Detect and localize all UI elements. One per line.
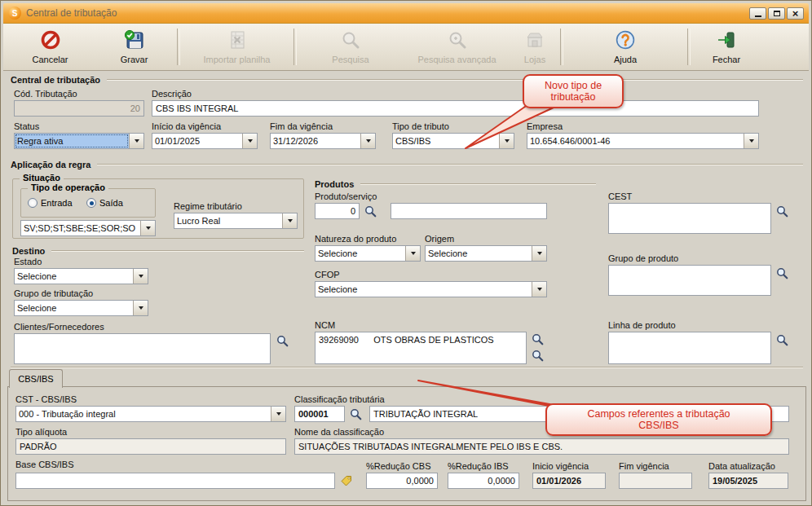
chevron-down-icon[interactable] (405, 246, 420, 261)
base-cbs-ibs-label: Base CBS/IBS (15, 460, 74, 469)
tipo-aliquota-field[interactable]: PADRÃO (15, 438, 286, 455)
nome-classificacao-field[interactable]: SITUAÇÕES TRIBUTADAS INTEGRALMENTE PELO … (294, 438, 789, 455)
radio-saida[interactable]: Saída (86, 198, 123, 208)
importar-planilha-label: Importar planilha (204, 55, 271, 64)
grupo-tributacao-value: Selecione (15, 301, 133, 315)
chevron-down-icon[interactable] (532, 246, 546, 261)
classificacao-codigo-field[interactable]: 000001 (294, 406, 345, 422)
classificacao-search-icon[interactable] (350, 408, 362, 420)
fim-vigencia-cbs-field[interactable] (619, 473, 692, 489)
produto-servico-code-field[interactable]: 0 (315, 203, 360, 219)
origem-value: Selecione (426, 246, 532, 261)
search-icon (340, 29, 361, 52)
chevron-down-icon[interactable] (140, 221, 155, 235)
section-destino: Destino (12, 246, 304, 256)
chevron-down-icon[interactable] (744, 134, 758, 148)
fechar-button[interactable]: Fechar (691, 24, 761, 70)
lojas-button: Lojas (510, 24, 559, 70)
cfop-label: CFOP (315, 270, 340, 279)
produto-servico-label: Produto/serviço (315, 191, 377, 201)
app-logo-icon (8, 7, 21, 20)
clientes-fornecedores-field[interactable] (14, 333, 271, 364)
cest-search-icon[interactable] (776, 205, 788, 218)
chevron-down-icon[interactable] (133, 269, 148, 284)
ncm-field[interactable]: 39269090 OTS OBRAS DE PLASTICOS (315, 332, 527, 364)
chevron-down-icon[interactable] (499, 134, 514, 148)
minimize-button[interactable] (749, 7, 766, 20)
ajuda-button[interactable]: Ajuda (564, 24, 686, 70)
status-select[interactable]: Regra ativa (14, 133, 144, 149)
ncm-value: 39269090 OTS OBRAS DE PLASTICOS (319, 335, 494, 345)
cfop-value: Selecione (316, 282, 532, 297)
cfop-select[interactable]: Selecione (315, 281, 547, 297)
base-edit-tag-icon[interactable] (340, 474, 352, 486)
cod-tributacao-label: Cód. Tributação (14, 89, 77, 99)
chevron-down-icon[interactable] (282, 213, 297, 228)
ncm-search-icon[interactable] (532, 333, 544, 345)
grupo-produto-field[interactable] (608, 265, 771, 296)
regime-tributario-select[interactable]: Lucro Real (174, 213, 298, 229)
gravar-label: Gravar (121, 55, 148, 64)
tipo-tributo-select[interactable]: CBS/IBS (392, 133, 514, 149)
chevron-down-icon[interactable] (532, 282, 546, 297)
section-title: Central de tributação (11, 75, 100, 85)
radio-entrada[interactable]: Entrada (28, 198, 73, 208)
chevron-down-icon[interactable] (133, 301, 148, 315)
reducao-ibs-value: 0,0000 (488, 476, 515, 486)
chevron-down-icon[interactable] (242, 134, 257, 148)
gravar-button[interactable]: Gravar (92, 24, 176, 70)
produto-servico-desc-field[interactable] (391, 203, 547, 219)
lojas-label: Lojas (524, 55, 545, 64)
nome-classificacao-value: SITUAÇÕES TRIBUTADAS INTEGRALMENTE PELO … (298, 442, 563, 451)
cest-label: CEST (608, 191, 632, 201)
inicio-vigencia-select[interactable]: 01/01/2025 (152, 133, 258, 149)
produtos-title: Produtos (315, 179, 354, 189)
fechar-label: Fechar (713, 55, 740, 64)
cancelar-button[interactable]: Cancelar (8, 24, 92, 70)
radio-icon (28, 198, 38, 208)
linha-produto-field[interactable] (608, 332, 771, 364)
nome-classificacao-label: Nome da classificação (294, 427, 384, 437)
inicio-vigencia-cbs-field[interactable]: 01/01/2026 (532, 473, 606, 489)
clientes-search-icon[interactable] (276, 335, 289, 347)
data-atualizacao-value: 19/05/2025 (713, 476, 757, 486)
data-atualizacao-field[interactable]: 19/05/2025 (708, 473, 788, 489)
origem-label: Origem (425, 234, 454, 244)
cod-tributacao-value: 20 (130, 103, 140, 113)
produto-servico-search-icon[interactable] (364, 205, 377, 218)
callout-novo-tipo-tributacao: Novo tipo de tributação (523, 74, 624, 108)
reducao-cbs-field[interactable]: 0,0000 (366, 473, 438, 489)
cest-field[interactable] (608, 203, 771, 234)
linha-produto-search-icon[interactable] (776, 334, 788, 346)
grupo-produto-search-icon[interactable] (776, 267, 788, 279)
chevron-down-icon[interactable] (271, 407, 285, 421)
maximize-button[interactable] (768, 7, 785, 20)
pesquisa-avancada-button: Pesquisa avançada (404, 24, 510, 70)
cst-cbs-ibs-value: 000 - Tributação integral (16, 407, 271, 421)
produto-servico-code: 0 (351, 206, 355, 216)
base-cbs-ibs-field[interactable] (15, 473, 335, 489)
close-button[interactable] (787, 7, 804, 20)
chevron-down-icon[interactable] (360, 134, 375, 148)
origem-select[interactable]: Selecione (425, 245, 547, 262)
estado-select[interactable]: Selecione (14, 268, 148, 284)
grupo-tributacao-select[interactable]: Selecione (14, 300, 148, 316)
callout-novo-tipo-text: Novo tipo de tributação (545, 80, 602, 103)
titlebar: Central de tributação (3, 3, 809, 24)
help-icon (615, 29, 636, 52)
ncm-search-secondary-icon[interactable] (532, 350, 544, 362)
grupo-tributacao-label: Grupo de tributação (14, 288, 93, 298)
empresa-select[interactable]: 10.654.646/0001-46 (527, 133, 759, 149)
chevron-down-icon[interactable] (129, 134, 143, 148)
central-de-tributacao-window: Central de tributação Cancelar Gravar Im… (0, 0, 812, 506)
cst-cbs-ibs-select[interactable]: 000 - Tributação integral (15, 406, 286, 422)
pesquisa-avancada-label: Pesquisa avançada (417, 55, 496, 64)
reducao-ibs-field[interactable]: 0,0000 (448, 473, 519, 489)
tipo-tributo-label: Tipo de tributo (392, 121, 449, 131)
natureza-produto-select[interactable]: Selecione (315, 245, 421, 262)
tab-cbs-ibs[interactable]: CBS/IBS (9, 369, 63, 388)
descricao-field[interactable]: CBS IBS INTEGRAL (152, 100, 759, 117)
tipo-aliquota-label: Tipo alíquota (15, 427, 67, 437)
operacoes-select[interactable]: SV;SD;ST;SBE;SE;SOR;SO (20, 220, 156, 236)
fim-vigencia-select[interactable]: 31/12/2026 (270, 133, 376, 149)
